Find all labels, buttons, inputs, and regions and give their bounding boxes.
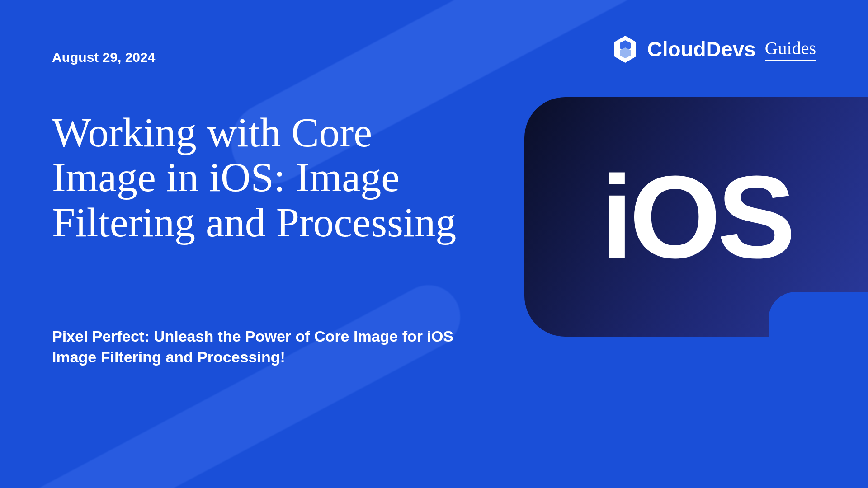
logo-text-sub: Guides: [765, 38, 816, 61]
page-title: Working with Core Image in iOS: Image Fi…: [52, 110, 477, 245]
clouddevs-logo-icon: [610, 34, 641, 65]
content-area: August 29, 2024 Working with Core Image …: [0, 0, 868, 488]
page-subtitle: Pixel Perfect: Unleash the Power of Core…: [52, 326, 459, 368]
logo-group: CloudDevs Guides: [610, 34, 816, 65]
logo-text-main: CloudDevs: [647, 37, 755, 61]
